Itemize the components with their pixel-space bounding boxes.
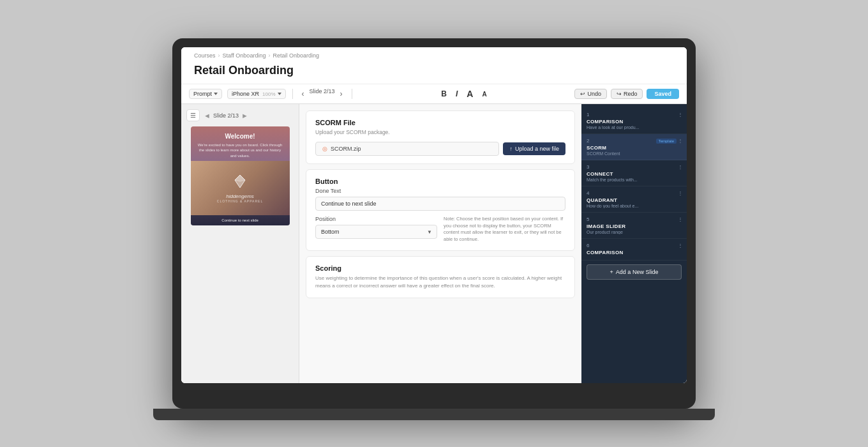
device-chevron-icon bbox=[278, 93, 281, 95]
position-row: Position Bottom Top Hidden ▼ bbox=[315, 216, 565, 243]
breadcrumb-courses[interactable]: Courses bbox=[194, 52, 216, 59]
slide-list-item-1[interactable]: 1 COMPARISON Have a look at our produ...… bbox=[581, 108, 687, 134]
scorm-section: SCORM File Upload your SCORM package. ◎ … bbox=[306, 110, 575, 164]
slide-counter: Slide 2/13 bbox=[310, 88, 335, 100]
laptop-base bbox=[153, 409, 715, 420]
slide-sub-5: Our product range bbox=[587, 230, 682, 234]
redo-label: Redo bbox=[624, 91, 638, 97]
scoring-description: Use weighting to determine the importanc… bbox=[315, 275, 565, 290]
file-name: SCORM.zip bbox=[331, 146, 361, 152]
slide-logo-sub: CLOTHING & APPAREL bbox=[217, 199, 263, 203]
slide-navigation: ‹ Slide 2/13 › bbox=[299, 88, 345, 100]
slides-list-panel: 1 COMPARISON Have a look at our produ...… bbox=[581, 104, 687, 383]
slide-number-1: 1 bbox=[587, 112, 682, 117]
position-select[interactable]: Bottom Top Hidden bbox=[315, 225, 437, 239]
prev-slide-button[interactable]: ‹ bbox=[299, 88, 307, 100]
slide-dots-2: ⋮ bbox=[678, 138, 683, 144]
upload-button[interactable]: ↑ Upload a new file bbox=[503, 142, 565, 155]
slide-number-6: 6 bbox=[587, 243, 682, 248]
slide-sub-2: SCORM Content bbox=[587, 151, 682, 156]
prompt-dropdown[interactable]: Prompt bbox=[189, 89, 222, 99]
toolbar-separator-2 bbox=[352, 89, 352, 99]
slide-nav: ◄ Slide 2/13 ► bbox=[204, 112, 248, 119]
slide-number-5: 5 bbox=[587, 216, 682, 222]
add-slide-button[interactable]: + Add a New Slide bbox=[587, 264, 682, 280]
slide-name-2: SCORM bbox=[587, 145, 682, 151]
redo-icon: ↪ bbox=[617, 91, 622, 97]
font-size-large-button[interactable]: A bbox=[464, 87, 475, 100]
slide-image: hiddengems CLOTHING & APPAREL bbox=[191, 161, 290, 215]
slide-logo-name: hiddengems bbox=[217, 193, 263, 199]
toolbar-separator-1 bbox=[292, 89, 293, 99]
undo-button[interactable]: ↩ Undo bbox=[574, 89, 607, 99]
bold-button[interactable]: B bbox=[438, 88, 449, 100]
scoring-title: Scoring bbox=[315, 264, 565, 272]
slide-panel-header: ☰ ◄ Slide 2/13 ► bbox=[186, 109, 294, 121]
slide-list-item-2[interactable]: 2 SCORM SCORM Content Template ⋮ bbox=[581, 134, 687, 160]
scoring-section: Scoring Use weighting to determine the i… bbox=[306, 256, 575, 298]
slide-list-item-6[interactable]: 6 COMPARISON ⋮ bbox=[581, 239, 687, 261]
slide-name-6: COMPARISON bbox=[587, 250, 682, 255]
device-label: iPhone XR bbox=[232, 91, 259, 97]
slide-badges-2: Template ⋮ bbox=[656, 138, 683, 144]
prompt-label: Prompt bbox=[193, 91, 212, 97]
slide-badges-6: ⋮ bbox=[678, 243, 683, 248]
undo-icon: ↩ bbox=[580, 91, 585, 97]
upload-label: Upload a new file bbox=[515, 146, 559, 152]
laptop-frame: Courses › Staff Onboarding › Retail Onbo… bbox=[172, 38, 696, 409]
undo-label: Undo bbox=[587, 91, 601, 97]
page-title: Retail Onboarding bbox=[181, 61, 687, 84]
saved-button[interactable]: Saved bbox=[647, 89, 679, 99]
slide-list-item-3[interactable]: 3 CONNECT Match the products with... ⋮ bbox=[581, 160, 687, 186]
slide-number-3: 3 bbox=[587, 164, 682, 170]
breadcrumb: Courses › Staff Onboarding › Retail Onbo… bbox=[181, 47, 687, 61]
slide-name-3: CONNECT bbox=[587, 171, 682, 177]
slide-list-item-4[interactable]: 4 QUADRANT How do you feel about e... ⋮ bbox=[581, 186, 687, 213]
format-buttons: B I A A bbox=[359, 87, 570, 100]
slide-welcome-text: Welcome! bbox=[196, 133, 285, 140]
hamburger-button[interactable]: ☰ bbox=[186, 109, 200, 121]
slide-badges-1: ⋮ bbox=[678, 112, 683, 117]
slide-logo-area: hiddengems CLOTHING & APPAREL bbox=[217, 174, 263, 203]
slide-dots-3: ⋮ bbox=[678, 164, 683, 170]
slide-name-5: IMAGE SLIDER bbox=[587, 224, 682, 229]
position-select-wrapper: Bottom Top Hidden ▼ bbox=[315, 225, 437, 239]
slide-prev-button[interactable]: ◄ bbox=[204, 112, 211, 119]
next-slide-button[interactable]: › bbox=[338, 88, 345, 100]
device-zoom: 100% bbox=[262, 91, 275, 97]
slide-number-4: 4 bbox=[587, 190, 682, 196]
upload-icon: ↑ bbox=[509, 146, 513, 152]
slide-sub-3: Match the products with... bbox=[587, 178, 682, 182]
slide-list-item-5[interactable]: 5 IMAGE SLIDER Our product range ⋮ bbox=[581, 213, 687, 239]
redo-button[interactable]: ↪ Redo bbox=[611, 89, 643, 99]
slide-badges-4: ⋮ bbox=[678, 190, 683, 196]
slide-name-4: QUADRANT bbox=[587, 197, 682, 203]
slide-button-text: Continue to next slide bbox=[194, 218, 287, 222]
device-dropdown[interactable]: iPhone XR 100% bbox=[227, 89, 286, 99]
toolbar-actions: ↩ Undo ↪ Redo Saved bbox=[574, 89, 679, 99]
slide-preview-panel: ☰ ◄ Slide 2/13 ► Welcome! We're excited … bbox=[181, 104, 299, 383]
position-label: Position bbox=[315, 216, 437, 222]
slide-sub-4: How do you feel about e... bbox=[587, 204, 682, 208]
editor-panel: SCORM File Upload your SCORM package. ◎ … bbox=[299, 104, 581, 383]
breadcrumb-retail[interactable]: Retail Onboarding bbox=[273, 52, 319, 59]
breadcrumb-staff[interactable]: Staff Onboarding bbox=[223, 52, 266, 59]
slide-name-1: COMPARISON bbox=[587, 119, 682, 125]
file-input-box: ◎ SCORM.zip bbox=[315, 142, 499, 156]
add-slide-label: Add a New Slide bbox=[616, 269, 659, 275]
prompt-chevron-icon bbox=[214, 93, 218, 95]
position-left: Position Bottom Top Hidden ▼ bbox=[315, 216, 437, 239]
slide-next-button[interactable]: ► bbox=[241, 112, 248, 119]
done-text-input[interactable] bbox=[315, 197, 565, 211]
slide-preview-top: Welcome! We're excited to have you on bo… bbox=[191, 126, 290, 161]
laptop-screen: Courses › Staff Onboarding › Retail Onbo… bbox=[181, 47, 687, 383]
slide-dots-5: ⋮ bbox=[678, 216, 683, 222]
slide-nav-info: Slide 2/13 bbox=[213, 112, 239, 119]
main-layout: ☰ ◄ Slide 2/13 ► Welcome! We're excited … bbox=[181, 104, 687, 383]
plus-icon: + bbox=[610, 269, 613, 275]
diamond-icon bbox=[232, 174, 248, 189]
slide-sub-1: Have a look at our produ... bbox=[587, 125, 682, 130]
font-size-small-button[interactable]: A bbox=[479, 89, 489, 99]
slide-badges-3: ⋮ bbox=[678, 164, 683, 170]
italic-button[interactable]: I bbox=[453, 88, 460, 100]
